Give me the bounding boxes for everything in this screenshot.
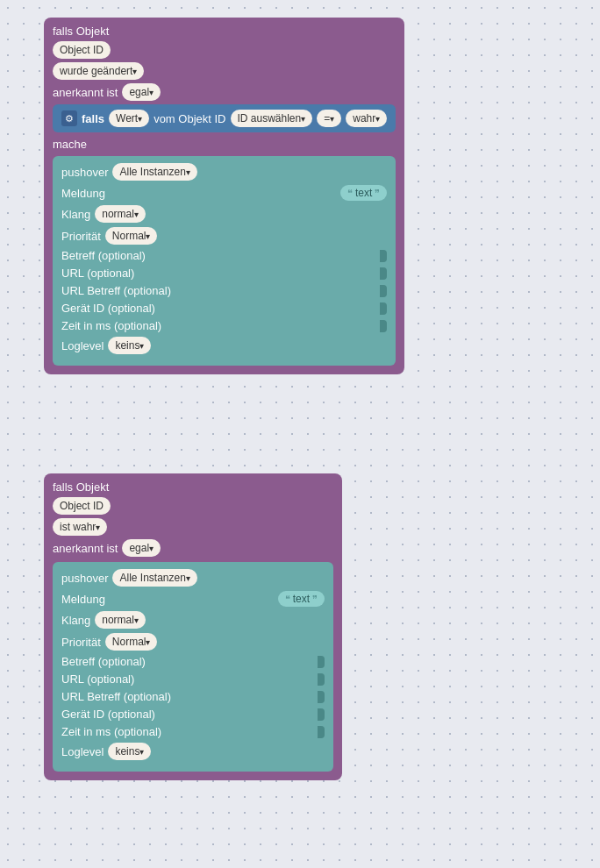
block1-instanzen-dropdown[interactable]: Alle Instanzen	[112, 163, 196, 181]
block1-geraet-notch	[380, 302, 387, 315]
block2: falls Objekt Object ID ist wahr anerkann…	[44, 473, 342, 780]
block1-acknowledged-dropdown[interactable]: egal	[122, 83, 161, 101]
block2-betreff-notch	[318, 656, 325, 668]
block2-trigger-dropdown[interactable]: ist wahr	[53, 518, 107, 536]
block1-id-dropdown[interactable]: ID auswählen	[231, 110, 313, 127]
block1-wert-dropdown[interactable]: Wert	[109, 110, 149, 127]
block1-text-value: text	[355, 187, 372, 199]
block1-loglevel-dropdown[interactable]: keins	[108, 337, 151, 354]
block1-loglevel-label: Loglevel	[61, 339, 104, 352]
block2-instanzen-dropdown[interactable]: Alle Instanzen	[112, 569, 196, 587]
block2-url-notch	[318, 673, 325, 686]
block2-header: falls Objekt	[53, 480, 109, 494]
block1-geraet-label: Gerät ID (optional)	[61, 302, 155, 315]
block2-loglevel-dropdown[interactable]: keins	[108, 743, 151, 760]
block1-trigger-dropdown[interactable]: wurde geändert	[53, 62, 144, 80]
block2-text-value: text	[293, 593, 310, 605]
block2-url-label: URL (optional)	[61, 672, 134, 686]
block1-text-badge[interactable]: ❝ text ❞	[340, 185, 387, 201]
block1-klang-label: Klang	[61, 208, 90, 221]
block1-pushover-label: pushover	[61, 166, 108, 179]
block1-object-id[interactable]: Object ID	[53, 41, 111, 59]
block2-pushover-label: pushover	[61, 572, 108, 585]
block2-prioritaet-label: Priorität	[61, 636, 101, 649]
block1-zeit-notch	[380, 320, 387, 332]
block2-meldung-label: Meldung	[61, 593, 105, 606]
block1-falls-label: falls	[82, 112, 104, 125]
block1-url-label: URL (optional)	[61, 267, 134, 280]
block2-zeit-label: Zeit in ms (optional)	[61, 725, 161, 738]
block1-zeit-label: Zeit in ms (optional)	[61, 319, 161, 332]
block2-klang-dropdown[interactable]: normal	[95, 611, 146, 629]
block1-acknowledged-label: anerkannt ist	[53, 86, 118, 99]
block1-mache-label: mache	[53, 138, 87, 151]
gear-icon: ⚙	[61, 110, 77, 126]
block1-url-betreff-label: URL Betreff (optional)	[61, 284, 171, 297]
block1-vom-label: vom Objekt ID	[154, 112, 225, 125]
block2-betreff-label: Betreff (optional)	[61, 655, 146, 668]
block1-wahr-dropdown[interactable]: wahr	[346, 110, 387, 127]
block2-text-badge[interactable]: ❝ text ❞	[278, 591, 325, 607]
block1-condition: ⚙ falls Wert vom Objekt ID ID auswählen …	[53, 104, 396, 132]
block2-geraet-notch	[318, 708, 325, 721]
block2-zeit-notch	[318, 726, 325, 738]
block1-action: pushover Alle Instanzen Meldung ❝ text ❞…	[53, 156, 396, 366]
block1-header: falls Objekt	[53, 25, 109, 38]
block2-object-id[interactable]: Object ID	[53, 497, 111, 515]
block1-url-notch	[380, 267, 387, 280]
block1-meldung-label: Meldung	[61, 187, 105, 200]
block1-url-betreff-notch	[380, 285, 387, 297]
block1-prioritaet-label: Priorität	[61, 230, 101, 243]
block2-action: pushover Alle Instanzen Meldung ❝ text ❞…	[53, 562, 333, 772]
block2-acknowledged-label: anerkannt ist	[53, 542, 118, 555]
block1-klang-dropdown[interactable]: normal	[95, 205, 146, 223]
block1: falls Objekt Object ID wurde geändert an…	[44, 18, 404, 374]
block1-prioritaet-dropdown[interactable]: Normal	[105, 227, 158, 245]
block2-prioritaet-dropdown[interactable]: Normal	[105, 633, 158, 651]
block1-betreff-label: Betreff (optional)	[61, 249, 146, 262]
block2-klang-label: Klang	[61, 614, 90, 627]
block1-betreff-notch	[380, 250, 387, 262]
block1-equals-dropdown[interactable]: =	[317, 110, 341, 127]
block2-acknowledged-dropdown[interactable]: egal	[122, 539, 161, 557]
block2-url-betreff-notch	[318, 691, 325, 703]
block2-geraet-label: Gerät ID (optional)	[61, 708, 155, 721]
block2-url-betreff-label: URL Betreff (optional)	[61, 690, 171, 703]
block2-loglevel-label: Loglevel	[61, 745, 104, 758]
